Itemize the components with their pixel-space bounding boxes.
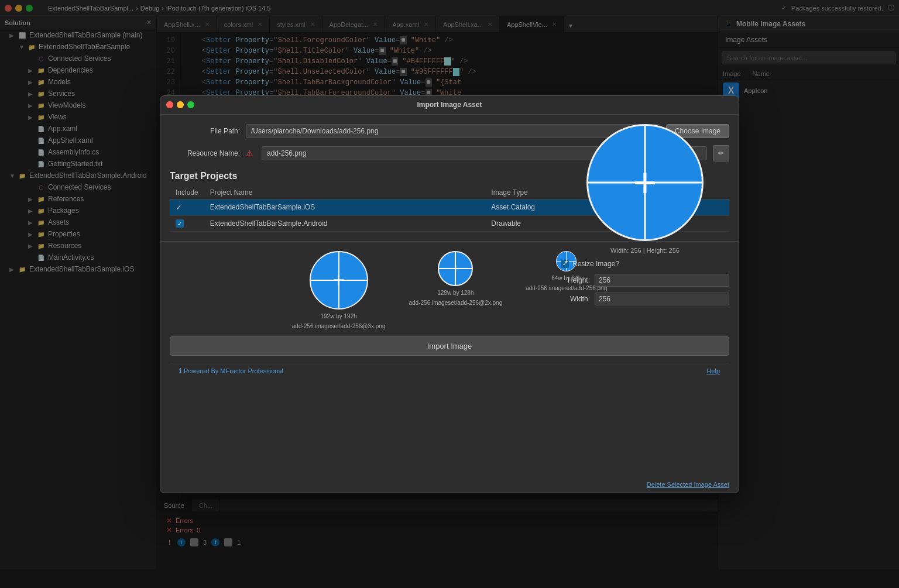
height-row: Height: — [561, 274, 729, 287]
resource-name-label: Resource Name: — [170, 149, 240, 157]
preview-dim-medium: 128w by 128h — [437, 290, 473, 296]
col-include: Include — [170, 186, 204, 200]
height-input[interactable] — [595, 274, 729, 287]
modal-title: Import Image Asset — [417, 101, 482, 109]
checkbox-icon[interactable]: ✓ — [176, 219, 184, 228]
preview-dimensions: Width: 256 | Height: 256 — [610, 247, 680, 254]
resize-label: Resize Image? — [572, 260, 619, 268]
info-icon-modal: ℹ — [179, 367, 181, 374]
width-label: Width: — [561, 295, 590, 303]
modal-titlebar: Import Image Asset — [160, 96, 739, 115]
large-plus-icon: + — [633, 159, 657, 206]
project-name-cell-2: ExtendedShellTabBarSample.Android — [204, 215, 486, 232]
modal-preview-pane: + Width: 256 | Height: 256 ✓ Resize Imag… — [551, 115, 739, 315]
large-preview-circle: + — [586, 124, 704, 241]
plus-icon: + — [332, 268, 345, 293]
modal-minimize-icon[interactable] — [177, 101, 184, 108]
footer-info: ℹ Powered By MFractor Professional — [179, 367, 283, 374]
checkmark-icon: ✓ — [176, 203, 182, 212]
file-path-label: File Path: — [170, 127, 240, 135]
include-cell: ✓ — [170, 199, 204, 215]
preview-dim-large: 192w by 192h — [321, 313, 357, 319]
delete-image-link[interactable]: Delete Selected Image Asset — [647, 481, 729, 488]
help-link[interactable]: Help — [706, 367, 720, 374]
modal-footer: ℹ Powered By MFractor Professional Help — [170, 363, 729, 378]
error-indicator-icon: ⚠ — [246, 149, 253, 158]
modal-overlay: Import Image Asset File Path: Choose Ima… — [0, 0, 899, 588]
modal-close-icon[interactable] — [166, 101, 173, 108]
preview-image-large: + — [310, 251, 368, 310]
preview-filename-medium: add-256.imageset/add-256@2x.png — [409, 300, 503, 306]
project-name-cell: ExtendedShellTabBarSample.iOS — [204, 199, 486, 215]
preview-filename-large: add-256.imageset/add-256@3x.png — [292, 323, 386, 329]
col-project-name: Project Name — [204, 186, 486, 200]
preview-item-large: + 192w by 192h add-256.imageset/add-256@… — [292, 251, 386, 329]
width-row: Width: — [561, 293, 729, 305]
plus-icon-xs: + — [564, 257, 569, 266]
resize-checkbox-row: ✓ Resize Image? — [561, 260, 729, 268]
import-image-button[interactable]: Import Image — [170, 336, 729, 356]
include-cell-2[interactable]: ✓ — [170, 215, 204, 232]
height-label: Height: — [561, 276, 590, 284]
preview-item-medium: + 128w by 128h add-256.imageset/add-256@… — [409, 251, 503, 329]
modal-traffic-lights — [166, 101, 194, 108]
preview-image-medium: + — [438, 251, 473, 286]
width-input[interactable] — [595, 293, 729, 305]
import-image-modal: Import Image Asset File Path: Choose Ima… — [160, 95, 739, 493]
modal-maximize-icon[interactable] — [187, 101, 194, 108]
plus-icon-md: + — [452, 261, 459, 276]
